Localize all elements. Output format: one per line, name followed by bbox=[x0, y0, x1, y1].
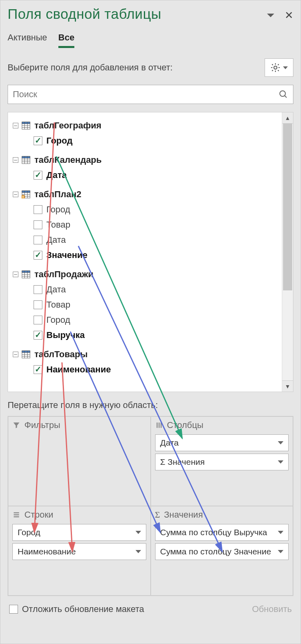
chevron-down-icon[interactable] bbox=[136, 550, 141, 553]
defer-layout-row[interactable]: Отложить обновление макета bbox=[9, 604, 144, 614]
tree-table-header[interactable]: – таблКалендарь bbox=[13, 155, 291, 165]
pane-title: Поля сводной таблицы bbox=[8, 6, 161, 22]
tree-table-header[interactable]: – таблПродажи bbox=[13, 269, 291, 280]
field-checkbox[interactable] bbox=[34, 205, 42, 214]
chip-label: Сумма по столбцу Значение bbox=[160, 547, 271, 556]
area-filters-title: Фильтры bbox=[24, 420, 60, 430]
pivot-fields-pane: Поля сводной таблицы ✕ Активные Все Выбе… bbox=[0, 0, 301, 644]
svg-rect-29 bbox=[22, 351, 30, 353]
field-row[interactable]: Наименование bbox=[34, 362, 291, 377]
chevron-down-icon[interactable] bbox=[136, 531, 141, 534]
chip-label: Σ Значения bbox=[160, 457, 205, 467]
table-icon bbox=[22, 156, 30, 164]
area-field-chip[interactable]: Дата bbox=[155, 434, 289, 451]
tree-table-node: – таблКалендарь Дата bbox=[13, 155, 291, 183]
area-values[interactable]: Σ Значения Сумма по столбцу Выручка Сумм… bbox=[151, 506, 293, 596]
area-field-chip[interactable]: Город bbox=[12, 524, 146, 541]
field-checkbox[interactable] bbox=[34, 236, 42, 244]
field-label: Город bbox=[46, 136, 72, 146]
area-field-chip[interactable]: Сумма по столбцу Выручка bbox=[155, 524, 289, 541]
svg-point-0 bbox=[274, 66, 277, 69]
scroll-track[interactable] bbox=[282, 124, 293, 380]
collapse-toggle[interactable]: – bbox=[13, 192, 18, 197]
area-columns[interactable]: Столбцы Дата Σ Значения bbox=[151, 416, 293, 506]
field-checkbox[interactable] bbox=[34, 136, 42, 145]
field-tree-container: – таблГеография Город – таблКалендарь bbox=[8, 112, 293, 392]
field-tree[interactable]: – таблГеография Город – таблКалендарь bbox=[8, 112, 293, 387]
field-row[interactable]: Выручка bbox=[34, 328, 291, 343]
table-icon bbox=[22, 122, 30, 130]
defer-layout-label: Отложить обновление макета bbox=[22, 604, 144, 614]
subheader-row: Выберите поля для добавления в отчет: bbox=[8, 58, 293, 77]
tree-scrollbar[interactable]: ▲ ▼ bbox=[282, 112, 293, 392]
chevron-down-icon[interactable] bbox=[278, 550, 283, 553]
table-fields: Город bbox=[34, 133, 291, 148]
collapse-triangle-icon[interactable] bbox=[267, 14, 274, 17]
field-checkbox[interactable] bbox=[34, 251, 42, 260]
filter-icon bbox=[12, 421, 20, 429]
field-options-button[interactable] bbox=[265, 58, 293, 77]
scroll-thumb[interactable] bbox=[283, 124, 292, 290]
field-row[interactable]: Город bbox=[34, 133, 291, 148]
chevron-down-icon[interactable] bbox=[278, 441, 283, 444]
area-field-chip[interactable]: Наименование bbox=[12, 543, 146, 560]
field-row[interactable]: Город bbox=[34, 312, 291, 328]
field-checkbox[interactable] bbox=[34, 220, 42, 229]
field-label: Дата bbox=[46, 170, 67, 180]
table-name: таблКалендарь bbox=[34, 155, 102, 165]
field-row[interactable]: Товар bbox=[34, 217, 291, 232]
rows-icon bbox=[12, 511, 20, 519]
search-input[interactable] bbox=[13, 89, 279, 100]
tree-table-header[interactable]: – таблГеография bbox=[13, 120, 291, 131]
tab-active[interactable]: Активные bbox=[8, 32, 47, 48]
field-row[interactable]: Товар bbox=[34, 297, 291, 312]
area-field-chip[interactable]: Σ Значения bbox=[155, 454, 289, 470]
field-label: Город bbox=[46, 315, 70, 325]
area-rows[interactable]: Строки Город Наименование bbox=[8, 506, 151, 596]
area-values-header: Σ Значения bbox=[155, 510, 289, 520]
tree-table-header[interactable]: – таблТовары bbox=[13, 349, 291, 360]
field-checkbox[interactable] bbox=[34, 365, 42, 374]
scroll-up-button[interactable]: ▲ bbox=[282, 112, 293, 124]
area-filters[interactable]: Фильтры bbox=[8, 416, 151, 506]
chevron-down-icon[interactable] bbox=[278, 460, 283, 464]
chip-label: Город bbox=[18, 528, 40, 537]
defer-layout-checkbox[interactable] bbox=[9, 605, 18, 614]
field-row[interactable]: Город bbox=[34, 202, 291, 217]
search-icon bbox=[279, 90, 288, 99]
field-checkbox[interactable] bbox=[34, 316, 42, 324]
area-field-chip[interactable]: Сумма по столбцу Значение bbox=[155, 543, 289, 560]
field-checkbox[interactable] bbox=[34, 331, 42, 340]
field-checkbox[interactable] bbox=[34, 171, 42, 180]
svg-rect-16 bbox=[22, 191, 30, 193]
field-checkbox[interactable] bbox=[34, 285, 42, 294]
footer: Отложить обновление макета Обновить bbox=[8, 596, 293, 620]
tree-table-node: – таблПродажи Дата Товар Город Выручка bbox=[13, 269, 291, 343]
field-label: Товар bbox=[46, 220, 70, 230]
update-button[interactable]: Обновить bbox=[252, 604, 292, 614]
scroll-down-button[interactable]: ▼ bbox=[282, 380, 293, 392]
subheader-text: Выберите поля для добавления в отчет: bbox=[8, 62, 173, 73]
field-row[interactable]: Значение bbox=[34, 248, 291, 263]
field-row[interactable]: Дата bbox=[34, 232, 291, 248]
field-label: Дата bbox=[46, 235, 66, 245]
search-box[interactable] bbox=[8, 85, 293, 104]
chip-label: Наименование bbox=[18, 547, 76, 556]
chevron-down-icon bbox=[283, 66, 288, 69]
collapse-toggle[interactable]: – bbox=[13, 157, 18, 163]
collapse-toggle[interactable]: – bbox=[13, 123, 18, 128]
field-row[interactable]: Дата bbox=[34, 168, 291, 183]
collapse-toggle[interactable]: – bbox=[13, 352, 18, 357]
chevron-down-icon[interactable] bbox=[278, 531, 283, 534]
tree-table-header[interactable]: – таблПлан2 bbox=[13, 189, 291, 200]
close-icon[interactable]: ✕ bbox=[285, 10, 293, 20]
field-label: Товар bbox=[46, 300, 70, 310]
svg-line-2 bbox=[285, 96, 287, 98]
field-label: Дата bbox=[46, 284, 66, 295]
tab-all[interactable]: Все bbox=[58, 32, 74, 48]
collapse-toggle[interactable]: – bbox=[13, 272, 18, 277]
field-row[interactable]: Дата bbox=[34, 282, 291, 297]
header-icons: ✕ bbox=[267, 10, 293, 20]
drop-areas: Фильтры Столбцы Дата Σ Значения Строки bbox=[8, 416, 293, 596]
field-checkbox[interactable] bbox=[34, 300, 42, 309]
